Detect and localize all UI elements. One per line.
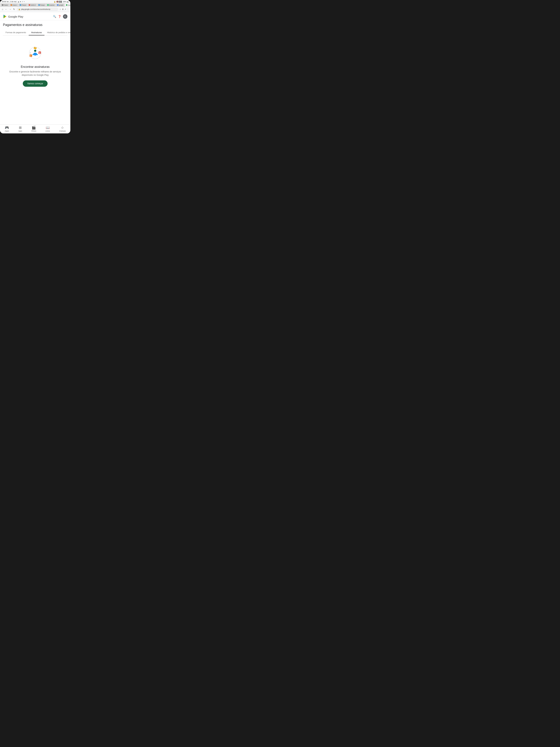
star-button[interactable]: ☆ [59,8,61,10]
tab-pesqui[interactable]: Pesqui [37,4,46,6]
gplay-logo: Google Play [3,15,23,19]
time: 09:59 [2,1,6,3]
games-label: Jogos [5,130,9,132]
tab-pharyn[interactable]: Pharyn [19,4,27,6]
browser-content: Google Play 🔍 ❓ E Pagamentos e assinatur… [0,12,70,124]
reload-button[interactable]: ↻ [13,7,16,11]
svg-text:■: ■ [30,55,31,57]
bottom-nav-criancas[interactable]: ☆ Crianças [58,126,68,132]
tab-scielo[interactable]: SciELO [28,4,37,6]
books-icon: 📖 [46,126,50,130]
dot-icon: • [24,1,25,3]
battery-icon: ▬ [67,1,69,3]
tab-casa[interactable]: Casa L [9,4,18,6]
home-button[interactable]: ⌂ [1,7,3,11]
tab-palato[interactable]: Palato [1,4,9,6]
page-content: Pagamentos e assinaturas Formas de pagam… [0,20,70,93]
bottom-nav-apps[interactable]: ⊞ Apps [17,126,24,132]
url-actions: ☆ ⬇ ↗ ⋮ [59,8,69,10]
check-icon: ✓ [22,1,23,3]
bottom-nav-filmes[interactable]: 🎬 Filmes [30,126,38,132]
games-icon: 🎮 [5,126,9,130]
content-tabs: Formas de pagamento Assinaturas Históric… [3,30,68,35]
forward-button[interactable]: → [9,7,12,11]
gplay-title: Google Play [8,15,23,18]
subscription-svg-icon: ♪ ▶ ■ [26,44,45,62]
url-text: play.google.com/store/account/subscrip [21,8,50,10]
battery: 26% [63,1,66,3]
tab-subscriptions[interactable]: Assinaturas [29,30,45,35]
lock-icon: 🔒 [54,1,56,3]
movies-label: Filmes [31,130,36,132]
movies-icon: 🎬 [32,126,36,130]
kids-label: Crianças [59,130,66,132]
svg-marker-14 [30,52,31,54]
status-right: 🔒 🔇 ▌▌▌ 26% ▬ [54,1,69,3]
header-actions: 🔍 ❓ E [53,14,68,19]
whatsapp-icon: ● [20,1,21,3]
download-button[interactable]: ⬇ [62,8,64,10]
status-bar: 09:59 ter., 2 de mai. ☁ ● ✓ • 🔒 🔇 ▌▌▌ 26… [0,0,70,3]
share-button[interactable]: ↗ [64,8,66,10]
help-button[interactable]: ❓ [58,15,61,18]
sound-icon: 🔇 [56,1,58,3]
search-button[interactable]: 🔍 [53,15,56,18]
screen: 09:59 ter., 2 de mai. ☁ ● ✓ • 🔒 🔇 ▌▌▌ 26… [0,0,70,133]
bottom-nav-livros[interactable]: 📖 Livros [44,126,52,132]
tab-order-history[interactable]: Histórico de pedidos e verba [45,30,70,35]
status-left: 09:59 ter., 2 de mai. ☁ ● ✓ • [2,1,25,3]
cloud-icon: ☁ [18,1,19,3]
tab-payment-methods[interactable]: Formas de pagamento [3,30,29,35]
url-box[interactable]: 🔒 play.google.com/store/account/subscrip [17,7,58,11]
svg-point-2 [34,50,36,52]
cta-button[interactable]: Vamos começar [23,80,48,87]
gplay-header: Google Play 🔍 ❓ E [0,12,70,20]
subscription-illustration: ♪ ▶ ■ [26,44,45,62]
bottom-nav-jogos[interactable]: 🎮 Jogos [3,126,10,132]
subscription-empty-state: ♪ ▶ ■ Encontrar a [3,40,68,91]
books-label: Livros [46,130,50,132]
signal-icon: ▌▌▌ [59,1,62,3]
page-title: Pagamentos e assinaturas [3,23,68,27]
tabs-bar: Palato Casa L Pharyn SciELO Pesqui Exame… [0,3,70,7]
subscription-heading: Encontrar assinaturas [21,65,50,69]
apps-icon: ⊞ [19,126,22,130]
menu-button[interactable]: ⋮ [67,8,69,10]
lock-icon: 🔒 [18,8,20,10]
subscription-description: Encontre e gerencie facilmente milhares … [6,70,64,77]
kids-icon: ☆ [61,126,64,130]
date: ter., 2 de mai. [7,1,17,3]
bottom-nav: 🎮 Jogos ⊞ Apps 🎬 Filmes 📖 Livros ☆ Crian… [0,124,70,133]
tab-exames[interactable]: Exames [46,4,56,6]
apps-label: Apps [18,130,22,132]
back-button[interactable]: ← [5,7,7,11]
tab-google[interactable]: google [56,4,64,6]
tab-gplay[interactable]: Goo × [65,3,70,6]
avatar[interactable]: E [63,14,68,19]
gplay-logo-icon [3,15,7,19]
device: 09:59 ter., 2 de mai. ☁ ● ✓ • 🔒 🔇 ▌▌▌ 26… [0,0,70,133]
address-bar: ⌂ ← → ↻ 🔒 play.google.com/store/account/… [0,7,70,12]
